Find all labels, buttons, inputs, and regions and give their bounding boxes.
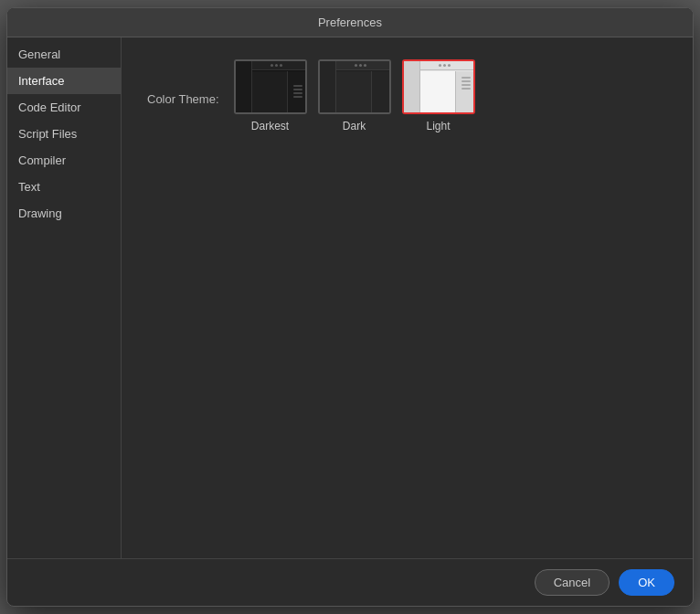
sidebar-item-drawing[interactable]: Drawing: [7, 200, 121, 227]
panel-dot: [293, 92, 302, 94]
preview-dots: [355, 64, 366, 67]
sidebar-item-code-editor[interactable]: Code Editor: [7, 94, 121, 121]
color-theme-label: Color Theme:: [147, 59, 219, 106]
sidebar: General Interface Code Editor Script Fil…: [7, 37, 122, 558]
preferences-dialog: Preferences General Interface Code Edito…: [6, 7, 694, 607]
dialog-title: Preferences: [318, 16, 382, 29]
preview-panel: [371, 71, 389, 112]
preview-dots: [270, 64, 282, 67]
preview-dot: [448, 64, 451, 67]
panel-dot: [293, 89, 302, 90]
preview-dot: [270, 64, 273, 67]
sidebar-item-compiler[interactable]: Compiler: [7, 147, 121, 174]
panel-dot: [461, 77, 471, 79]
preview-sidebar: [404, 61, 420, 112]
panel-dot: [293, 96, 302, 98]
panel-dot: [293, 85, 302, 87]
sidebar-item-script-files[interactable]: Script Files: [7, 121, 121, 147]
theme-label-darkest: Darkest: [251, 120, 289, 132]
theme-preview-light: [402, 59, 475, 114]
sidebar-item-general[interactable]: General: [7, 41, 121, 68]
preview-sidebar: [320, 61, 336, 112]
preview-toolbar: [420, 61, 473, 70]
theme-preview-dark: [318, 59, 391, 114]
preview-dot: [355, 64, 357, 67]
theme-label-light: Light: [427, 120, 451, 132]
footer: Cancel OK: [7, 558, 693, 606]
preview-dots: [439, 64, 451, 67]
preview-dot: [364, 64, 366, 67]
theme-label-dark: Dark: [343, 120, 366, 132]
preview-dot: [275, 64, 278, 67]
theme-option-darkest[interactable]: Darkest: [234, 59, 307, 132]
theme-preview-darkest: [234, 59, 307, 114]
preview-panel-dots: [461, 77, 471, 90]
preview-toolbar: [336, 61, 389, 70]
content-area: General Interface Code Editor Script Fil…: [7, 37, 693, 558]
preview-canvas: [420, 71, 455, 112]
main-panel: Color Theme:: [122, 37, 693, 558]
theme-option-light[interactable]: Light: [402, 59, 475, 132]
theme-options: Darkest: [234, 59, 475, 132]
preview-panel: [455, 71, 473, 112]
ok-button[interactable]: OK: [619, 569, 674, 596]
color-theme-row: Color Theme:: [147, 59, 667, 132]
preview-dot: [443, 64, 446, 67]
cancel-button[interactable]: Cancel: [535, 569, 610, 596]
preview-dot: [280, 64, 282, 67]
preview-toolbar: [252, 61, 305, 70]
sidebar-item-text[interactable]: Text: [7, 174, 121, 200]
preview-dot: [439, 64, 441, 67]
preview-sidebar: [236, 61, 252, 112]
theme-option-dark[interactable]: Dark: [318, 59, 391, 132]
panel-dot: [461, 88, 471, 90]
preview-panel: [287, 71, 305, 112]
panel-dot: [461, 84, 471, 86]
preview-dot: [359, 64, 362, 67]
sidebar-item-interface[interactable]: Interface: [7, 68, 121, 94]
preview-canvas: [336, 71, 371, 112]
preview-panel-dots: [293, 85, 302, 98]
panel-dot: [461, 80, 471, 82]
titlebar: Preferences: [7, 8, 693, 37]
